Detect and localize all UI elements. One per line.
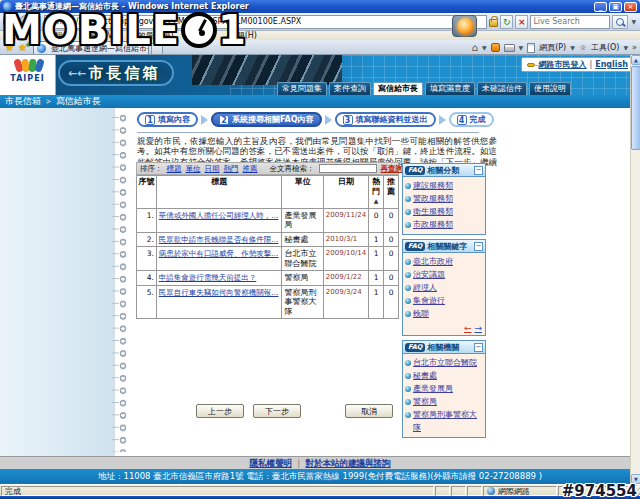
step-3-number: 3 [343, 115, 353, 125]
list-item: 衛生服務類 [405, 205, 483, 218]
resize-grip[interactable] [628, 485, 640, 496]
suggestions-link[interactable]: 對於本站的建議與諮詢 [306, 458, 391, 468]
faq-title-link[interactable]: 申請集會遊行需幾天前提出？ [159, 273, 257, 282]
faq-category-link[interactable]: 建設服務類 [413, 179, 453, 192]
faq-title-link[interactable]: 華僑或外國人擔任公司經理人時，... [159, 211, 279, 220]
collapse-box-icon[interactable]: − [474, 166, 483, 175]
print-dropdown-icon[interactable]: ▼ [519, 44, 524, 51]
site-tab-help[interactable]: 使用說明 [529, 82, 571, 95]
home-icon[interactable]: ⌂ [472, 42, 478, 53]
faq-keyword-link[interactable]: 治安議題 [413, 268, 445, 281]
page-menu-icon[interactable] [527, 43, 535, 53]
faq-title-link[interactable]: 民眾欲申請市長輓聯是否有條件限... [159, 235, 279, 244]
favorites-star-icon[interactable]: ★ [3, 41, 16, 54]
citizen-login-link[interactable]: 網路市民登入 [538, 59, 586, 70]
gear-icon[interactable]: ☼ [579, 43, 587, 53]
collapse-box-icon[interactable]: − [474, 242, 483, 251]
tools-menu[interactable]: 工具(O) [591, 42, 620, 53]
faq-category-link[interactable]: 警政服務類 [413, 192, 453, 205]
cancel-button[interactable]: 取消 [345, 404, 393, 418]
restore-button[interactable]: ▣ [609, 2, 622, 12]
search-input[interactable] [531, 16, 609, 28]
row-date: 2010/3/1 [323, 232, 368, 247]
faq-keyword-link[interactable]: 臺北市政府 [413, 255, 453, 268]
site-tab-unconfirmed[interactable]: 未確認信件 [477, 82, 527, 95]
sort-by-date[interactable]: 日期 [205, 164, 220, 174]
faq-agency-link[interactable]: 警察局刑事警察大隊 [413, 408, 483, 434]
overflow-chevron-icon[interactable]: » [632, 43, 637, 52]
faq-agency-link[interactable]: 產業發展局 [413, 382, 453, 395]
header-date: 日期 [323, 176, 368, 209]
faq-results-table: 序號 標題 單位 日期 熱門▲ 推薦 1. 華僑或外國人擔任公司經理人時，...… [136, 175, 399, 319]
print-icon[interactable] [504, 44, 515, 52]
page-dropdown-icon[interactable]: ▼ [570, 44, 575, 51]
forward-button[interactable]: → [19, 15, 33, 29]
faq-agency-link[interactable]: 警察局 [413, 395, 437, 408]
sort-by-recommend[interactable]: 推薦 [243, 164, 258, 174]
add-favorite-icon[interactable]: ★+ [16, 41, 29, 54]
stop-button[interactable]: × [515, 15, 528, 29]
ie-logo-icon [3, 2, 12, 11]
tools-dropdown-icon[interactable]: ▼ [623, 44, 628, 51]
security-zone: 網際網路 [483, 486, 557, 496]
faq-box-title: 相關機關 [427, 342, 472, 353]
sort-by-title[interactable]: 標題 [167, 164, 182, 174]
globe-bullet-icon [405, 399, 411, 405]
step-3-label: 填寫聯絡資料並送出 [356, 114, 428, 125]
taipei-logo[interactable]: TAIPEI [0, 55, 56, 95]
faq-agency-link[interactable]: 台北市立聯合醫院 [413, 356, 477, 369]
close-button[interactable]: × [624, 2, 637, 12]
new-tab-button[interactable] [151, 43, 163, 54]
globe-bullet-icon [405, 373, 411, 379]
fulltext-search-input[interactable] [319, 164, 377, 173]
faq-title-link[interactable]: 民眾自行車失竊如何向警察機關報... [159, 288, 279, 297]
breadcrumb-root[interactable]: 市長信箱 [5, 96, 41, 106]
feeds-icon[interactable] [491, 43, 500, 52]
scroll-down-icon[interactable]: ▼ [631, 474, 640, 484]
faq-agency-link[interactable]: 秘書處 [413, 369, 437, 382]
step-wizard: 1 填寫內容 2 系統搜尋相關FAQ內容 3 填寫聯絡資料並送出 4 完成 [137, 112, 494, 127]
pager-prev-icon[interactable]: ← [464, 323, 472, 333]
site-tab-write-mayor[interactable]: 寫信給市長 [373, 82, 423, 95]
site-title: 市長信箱 [88, 64, 160, 83]
faq-keyword-link[interactable]: 輓聯 [413, 307, 429, 320]
sort-by-unit[interactable]: 單位 [186, 164, 201, 174]
privacy-link[interactable]: 隱私權聲明 [249, 458, 292, 468]
requery-link[interactable]: 再查詢 [381, 164, 404, 174]
site-tab-case-query[interactable]: 案件查詢 [329, 82, 371, 95]
page-menu[interactable]: 網頁(P) [539, 42, 566, 53]
list-item: 經理人 [405, 281, 483, 294]
address-input[interactable] [57, 16, 485, 28]
faq-category-link[interactable]: 衛生服務類 [413, 205, 453, 218]
search-magnifier-button[interactable] [612, 15, 628, 29]
english-link[interactable]: English [595, 60, 628, 69]
sort-ascending-icon: ▲ [374, 197, 379, 204]
scroll-up-icon[interactable]: ▲ [631, 55, 640, 65]
next-step-button[interactable]: 下一步 [253, 404, 301, 418]
back-button[interactable]: ← [3, 15, 17, 29]
scrollbar-thumb[interactable] [631, 66, 640, 150]
history-dropdown-icon[interactable]: ▼ [35, 18, 42, 25]
row-no: 1. [137, 208, 157, 232]
minimize-button[interactable]: _ [594, 2, 607, 12]
home-dropdown-icon[interactable]: ▼ [482, 44, 487, 51]
refresh-button[interactable]: ↻ [500, 15, 513, 29]
faq-keyword-link[interactable]: 集會遊行 [413, 294, 445, 307]
prev-step-button[interactable]: 上一步 [196, 404, 244, 418]
status-panel [467, 486, 482, 496]
collapse-box-icon[interactable]: − [474, 343, 483, 352]
address-bar [44, 15, 488, 29]
faq-category-link[interactable]: 市政服務類 [413, 218, 453, 231]
lock-icon [489, 19, 498, 27]
site-tab-satisfaction[interactable]: 填寫滿意度 [425, 82, 475, 95]
row-recommend: 0 [384, 285, 399, 319]
sort-by-hot[interactable]: 熱門 [224, 164, 239, 174]
search-dropdown-icon[interactable]: ▼ [630, 18, 637, 25]
browser-tab[interactable]: 臺北萬事通達網—寫信給市長 [33, 41, 149, 54]
status-text: 完成 [1, 486, 434, 496]
faq-title-link[interactable]: 病患於家中有口語威脅、作勢攻擊... [159, 249, 279, 258]
faq-keyword-link[interactable]: 經理人 [413, 281, 437, 294]
pager-next-icon[interactable]: → [474, 323, 482, 333]
list-item: 產業發展局 [405, 382, 483, 395]
site-tab-faq[interactable]: 常見問題集 [277, 82, 327, 95]
